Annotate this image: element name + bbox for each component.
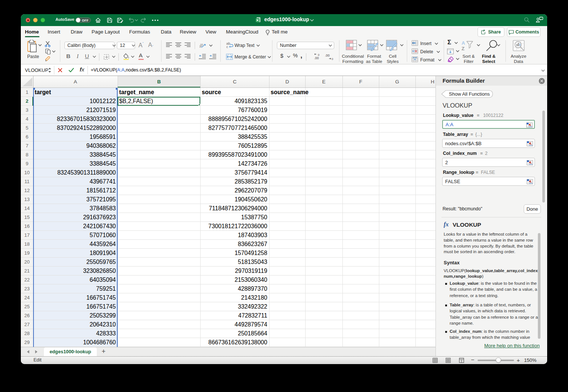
svg-text:Show All Functions: Show All Functions: [449, 91, 490, 97]
svg-text:A: A: [462, 40, 465, 46]
svg-text:Z: Z: [462, 46, 465, 51]
svg-text:.00: .00: [314, 56, 319, 60]
svg-text:c: c: [226, 45, 228, 49]
svg-text:.00: .00: [325, 54, 330, 57]
svg-text:0: 0: [332, 57, 333, 60]
